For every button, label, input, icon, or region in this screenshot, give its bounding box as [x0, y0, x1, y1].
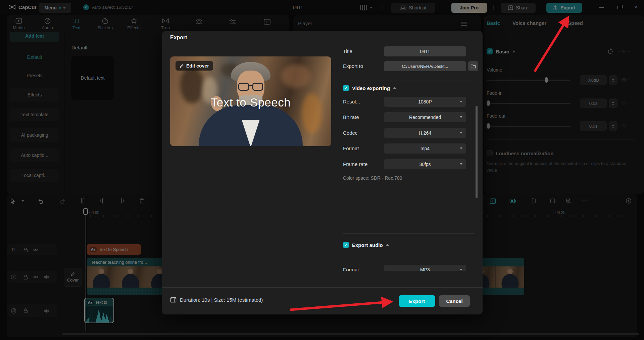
dialog-footer: Duration: 10s | Size: 15M (estimated) Ex… [162, 287, 483, 314]
divider [343, 81, 475, 81]
codec-value: H.264 [419, 130, 431, 136]
chevron-down-icon [460, 132, 462, 134]
chevron-down-icon [460, 163, 462, 165]
export-path-input[interactable]: C:/Users/NEHA/Deskt... [384, 61, 466, 71]
color-space-note: Color space: SDR - Rec.709 [343, 175, 402, 181]
chevron-down-icon [460, 269, 462, 270]
format-label: Format [343, 145, 359, 151]
resolution-label: Resol... [343, 99, 360, 104]
framerate-select[interactable]: 30fps [384, 159, 466, 169]
chevron-down-icon [460, 147, 462, 149]
export-to-label: Export to [343, 63, 363, 69]
title-row: Title 0411 [343, 46, 475, 56]
audio-section-title: Export audio [352, 242, 383, 248]
chevron-down-icon [460, 116, 462, 118]
collapse-icon[interactable] [393, 87, 396, 89]
dialog-header: Export [162, 31, 483, 44]
codec-row: Codec H.264 [343, 128, 475, 138]
dialog-scroll-area[interactable]: Text to Speech Edit cover Title 0411 Exp… [162, 44, 483, 271]
video-exporting-checkbox[interactable]: ✓ [343, 85, 349, 91]
dialog-vertical-scrollbar[interactable] [476, 106, 478, 198]
video-section-title: Video exporting [352, 85, 390, 91]
export-audio-header: ✓ Export audio [343, 242, 389, 248]
summary-text: Duration: 10s | Size: 15M (estimated) [180, 297, 263, 303]
framerate-row: Frame rate 30fps [343, 159, 475, 169]
resolution-value: 1080P [418, 99, 432, 104]
title-input[interactable]: 0411 [384, 46, 466, 56]
format-row: Format mp4 [343, 143, 475, 154]
dialog-export-button[interactable]: Export [399, 295, 435, 307]
film-icon [170, 297, 177, 303]
folder-icon [470, 64, 476, 69]
framerate-value: 30fps [419, 162, 431, 167]
dialog-cancel-button[interactable]: Cancel [439, 295, 470, 307]
resolution-row: Resol... 1080P [343, 97, 475, 107]
browse-folder-button[interactable] [468, 61, 478, 71]
pencil-icon [180, 64, 184, 68]
audio-format-value: MP3 [420, 267, 430, 271]
edit-cover-label: Edit cover [186, 63, 209, 69]
audio-format-select[interactable]: MP3 [384, 265, 466, 271]
collapse-icon[interactable] [386, 244, 389, 246]
chevron-down-icon [460, 101, 462, 102]
audio-format-label: Format [343, 267, 359, 271]
format-value: mp4 [420, 146, 430, 151]
format-select[interactable]: mp4 [384, 143, 466, 154]
cover-overlay-text: Text to Speech [170, 96, 331, 109]
dialog-title: Export [170, 35, 187, 41]
export-dialog: Export Text to Speech Edit cover Title [162, 31, 483, 314]
video-exporting-header: ✓ Video exporting [343, 85, 396, 91]
edit-cover-button[interactable]: Edit cover [176, 61, 213, 71]
title-label: Title [343, 48, 352, 54]
bitrate-select[interactable]: Recommended [384, 112, 466, 122]
codec-select[interactable]: H.264 [384, 128, 466, 138]
export-summary: Duration: 10s | Size: 15M (estimated) [170, 297, 263, 303]
bitrate-value: Recommended [409, 115, 441, 120]
cover-preview: Text to Speech Edit cover [170, 56, 331, 146]
bitrate-row: Bit rate Recommended [343, 112, 475, 122]
resolution-select[interactable]: 1080P [384, 97, 466, 107]
export-audio-checkbox[interactable]: ✓ [343, 242, 349, 248]
export-to-row: Export to C:/Users/NEHA/Deskt... [343, 61, 475, 71]
audio-format-row: Format MP3 [343, 265, 475, 271]
bitrate-label: Bit rate [343, 114, 359, 120]
codec-label: Codec [343, 130, 357, 136]
divider [343, 233, 475, 234]
framerate-label: Frame rate [343, 161, 367, 167]
